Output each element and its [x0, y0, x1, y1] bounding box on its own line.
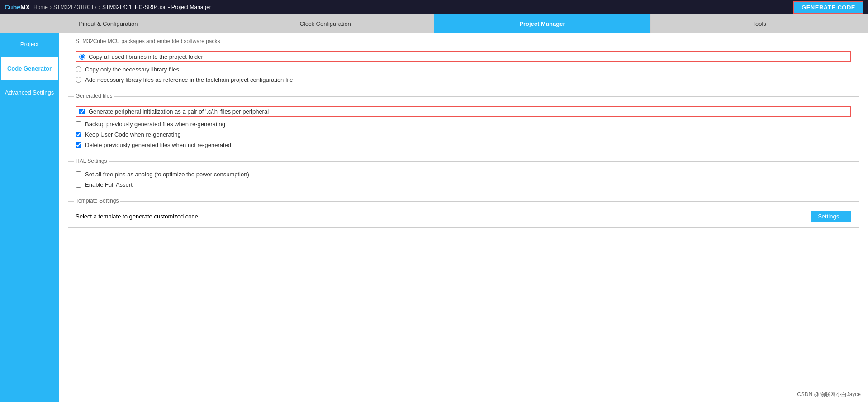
stm32cube-radio-3[interactable] [76, 77, 81, 83]
template-settings-section: Template Settings Select a template to g… [68, 201, 859, 228]
logo-mx: MX [20, 4, 30, 11]
gen-option-4[interactable]: Delete previously generated files when n… [76, 142, 851, 148]
hal-checkbox-1[interactable] [76, 171, 81, 177]
stm32cube-option-3[interactable]: Add necessary library files as reference… [76, 76, 851, 83]
top-bar: CubeMX Home › STM32L431RCTx › STM32L431_… [0, 0, 868, 14]
generated-files-section: Generated files Generate peripheral init… [68, 96, 859, 154]
content-area: STM32Cube MCU packages and embedded soft… [59, 33, 868, 402]
sidebar-item-code-generator[interactable]: Code Generator [0, 56, 59, 81]
main-layout: Project Code Generator Advanced Settings… [0, 33, 868, 402]
stm32cube-option-1[interactable]: Copy all used libraries into the project… [76, 51, 851, 62]
hal-settings-options: Set all free pins as analog (to optimize… [76, 171, 851, 188]
hal-option-1[interactable]: Set all free pins as analog (to optimize… [76, 171, 851, 178]
stm32cube-radio-1[interactable] [79, 54, 85, 60]
tab-clock[interactable]: Clock Configuration [217, 14, 434, 33]
footer-note: CSDN @物联网小白Jayce [797, 391, 861, 398]
settings-button[interactable]: Settings... [811, 211, 851, 222]
generated-files-options: Generate peripheral initialization as a … [76, 106, 851, 148]
tab-tools[interactable]: Tools [651, 14, 868, 33]
logo-cube: Cube [5, 4, 20, 11]
template-description: Select a template to generate customized… [76, 213, 198, 220]
gen-checkbox-3[interactable] [76, 132, 81, 137]
hal-settings-section: HAL Settings Set all free pins as analog… [68, 161, 859, 194]
gen-option-3[interactable]: Keep User Code when re-generating [76, 131, 851, 138]
gen-checkbox-2[interactable] [76, 121, 81, 127]
gen-option-1[interactable]: Generate peripheral initialization as a … [76, 106, 851, 117]
hal-option-2[interactable]: Enable Full Assert [76, 181, 851, 188]
sidebar-item-project[interactable]: Project [0, 33, 59, 56]
breadcrumb-sep-1: › [50, 4, 52, 10]
hal-checkbox-2[interactable] [76, 182, 81, 188]
breadcrumb-file: STM32L431_HC-SR04.ioc - Project Manager [102, 4, 211, 10]
stm32cube-section-title: STM32Cube MCU packages and embedded soft… [74, 38, 222, 44]
breadcrumb: Home › STM32L431RCTx › STM32L431_HC-SR04… [33, 4, 211, 10]
generated-files-section-title: Generated files [74, 93, 114, 99]
gen-option-2[interactable]: Backup previously generated files when r… [76, 121, 851, 128]
generate-code-button[interactable]: GENERATE CODE [793, 1, 863, 14]
app-logo: CubeMX [5, 4, 30, 11]
sidebar-item-advanced-settings[interactable]: Advanced Settings [0, 81, 59, 104]
top-bar-right: GENERATE CODE [793, 1, 863, 14]
gen-checkbox-4[interactable] [76, 142, 81, 148]
template-settings-content: Select a template to generate customized… [76, 211, 851, 222]
sidebar: Project Code Generator Advanced Settings [0, 33, 59, 402]
template-settings-section-title: Template Settings [74, 198, 120, 204]
breadcrumb-sep-2: › [99, 4, 100, 10]
main-nav: Pinout & Configuration Clock Configurati… [0, 14, 868, 33]
stm32cube-option-2[interactable]: Copy only the necessary library files [76, 66, 851, 73]
stm32cube-section: STM32Cube MCU packages and embedded soft… [68, 42, 859, 89]
tab-project-manager[interactable]: Project Manager [434, 14, 651, 33]
breadcrumb-home[interactable]: Home [33, 4, 48, 10]
stm32cube-options: Copy all used libraries into the project… [76, 51, 851, 83]
gen-checkbox-1[interactable] [79, 109, 85, 114]
stm32cube-radio-2[interactable] [76, 66, 81, 72]
hal-settings-section-title: HAL Settings [74, 158, 109, 164]
breadcrumb-device[interactable]: STM32L431RCTx [53, 4, 97, 10]
tab-pinout[interactable]: Pinout & Configuration [0, 14, 217, 33]
